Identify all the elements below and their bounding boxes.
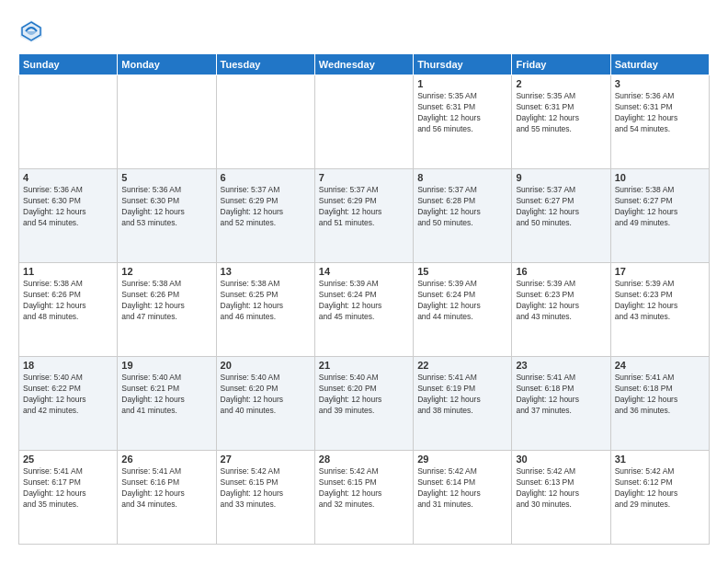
day-info: Sunrise: 5:37 AM Sunset: 6:29 PM Dayligh… (319, 185, 409, 229)
calendar-header-row: SundayMondayTuesdayWednesdayThursdayFrid… (19, 54, 710, 75)
calendar-cell: 13Sunrise: 5:38 AM Sunset: 6:25 PM Dayli… (216, 263, 314, 357)
day-number: 8 (417, 172, 507, 183)
day-number: 5 (121, 172, 211, 183)
calendar-cell: 26Sunrise: 5:41 AM Sunset: 6:16 PM Dayli… (118, 451, 216, 545)
calendar-cell: 14Sunrise: 5:39 AM Sunset: 6:24 PM Dayli… (314, 263, 413, 357)
day-info: Sunrise: 5:35 AM Sunset: 6:31 PM Dayligh… (516, 91, 606, 135)
calendar-cell: 27Sunrise: 5:42 AM Sunset: 6:15 PM Dayli… (216, 451, 314, 545)
day-number: 27 (221, 454, 311, 465)
calendar-day-header: Wednesday (314, 54, 413, 75)
day-info: Sunrise: 5:39 AM Sunset: 6:23 PM Dayligh… (615, 279, 705, 323)
day-number: 20 (221, 360, 311, 371)
day-info: Sunrise: 5:39 AM Sunset: 6:24 PM Dayligh… (319, 279, 409, 323)
calendar-cell: 3Sunrise: 5:36 AM Sunset: 6:31 PM Daylig… (610, 75, 709, 169)
calendar-week-row: 4Sunrise: 5:36 AM Sunset: 6:30 PM Daylig… (19, 169, 710, 263)
day-number: 28 (319, 454, 409, 465)
calendar-cell (216, 75, 314, 169)
calendar-table: SundayMondayTuesdayWednesdayThursdayFrid… (18, 53, 710, 545)
calendar-cell: 17Sunrise: 5:39 AM Sunset: 6:23 PM Dayli… (610, 263, 709, 357)
day-info: Sunrise: 5:40 AM Sunset: 6:20 PM Dayligh… (319, 373, 409, 417)
calendar-cell: 22Sunrise: 5:41 AM Sunset: 6:19 PM Dayli… (414, 357, 512, 451)
day-info: Sunrise: 5:38 AM Sunset: 6:26 PM Dayligh… (121, 279, 211, 323)
calendar-cell: 5Sunrise: 5:36 AM Sunset: 6:30 PM Daylig… (118, 169, 216, 263)
calendar-cell: 18Sunrise: 5:40 AM Sunset: 6:22 PM Dayli… (19, 357, 118, 451)
day-number: 7 (319, 172, 409, 183)
calendar-cell: 25Sunrise: 5:41 AM Sunset: 6:17 PM Dayli… (19, 451, 118, 545)
day-number: 15 (417, 266, 507, 277)
calendar-cell: 9Sunrise: 5:37 AM Sunset: 6:27 PM Daylig… (512, 169, 610, 263)
day-info: Sunrise: 5:36 AM Sunset: 6:31 PM Dayligh… (615, 91, 705, 135)
calendar-cell: 12Sunrise: 5:38 AM Sunset: 6:26 PM Dayli… (118, 263, 216, 357)
day-number: 30 (516, 454, 606, 465)
day-info: Sunrise: 5:37 AM Sunset: 6:28 PM Dayligh… (417, 185, 507, 229)
day-info: Sunrise: 5:42 AM Sunset: 6:15 PM Dayligh… (221, 466, 311, 511)
calendar-cell: 4Sunrise: 5:36 AM Sunset: 6:30 PM Daylig… (19, 169, 118, 263)
day-number: 1 (417, 78, 507, 89)
day-number: 31 (615, 454, 705, 465)
day-number: 13 (221, 266, 311, 277)
day-number: 9 (516, 172, 606, 183)
calendar-cell: 28Sunrise: 5:42 AM Sunset: 6:15 PM Dayli… (314, 451, 413, 545)
calendar-cell: 2Sunrise: 5:35 AM Sunset: 6:31 PM Daylig… (512, 75, 610, 169)
calendar-cell: 19Sunrise: 5:40 AM Sunset: 6:21 PM Dayli… (118, 357, 216, 451)
day-info: Sunrise: 5:42 AM Sunset: 6:15 PM Dayligh… (319, 466, 409, 511)
day-info: Sunrise: 5:36 AM Sunset: 6:30 PM Dayligh… (121, 185, 211, 229)
day-number: 26 (121, 454, 211, 465)
day-info: Sunrise: 5:42 AM Sunset: 6:13 PM Dayligh… (516, 466, 606, 511)
day-number: 10 (615, 172, 705, 183)
day-info: Sunrise: 5:41 AM Sunset: 6:18 PM Dayligh… (516, 373, 606, 417)
calendar-cell: 7Sunrise: 5:37 AM Sunset: 6:29 PM Daylig… (314, 169, 413, 263)
day-number: 12 (121, 266, 211, 277)
day-number: 25 (23, 454, 113, 465)
calendar-cell (118, 75, 216, 169)
day-number: 29 (417, 454, 507, 465)
day-info: Sunrise: 5:42 AM Sunset: 6:14 PM Dayligh… (417, 466, 507, 511)
day-info: Sunrise: 5:39 AM Sunset: 6:23 PM Dayligh… (516, 279, 606, 323)
day-info: Sunrise: 5:40 AM Sunset: 6:20 PM Dayligh… (221, 373, 311, 417)
day-info: Sunrise: 5:37 AM Sunset: 6:29 PM Dayligh… (221, 185, 311, 229)
header (18, 18, 710, 44)
calendar-cell: 20Sunrise: 5:40 AM Sunset: 6:20 PM Dayli… (216, 357, 314, 451)
day-number: 16 (516, 266, 606, 277)
day-info: Sunrise: 5:42 AM Sunset: 6:12 PM Dayligh… (615, 466, 705, 511)
day-number: 17 (615, 266, 705, 277)
calendar-cell: 11Sunrise: 5:38 AM Sunset: 6:26 PM Dayli… (19, 263, 118, 357)
day-number: 19 (121, 360, 211, 371)
day-number: 21 (319, 360, 409, 371)
calendar-cell: 31Sunrise: 5:42 AM Sunset: 6:12 PM Dayli… (610, 451, 709, 545)
day-number: 2 (516, 78, 606, 89)
calendar-day-header: Sunday (19, 54, 118, 75)
calendar-cell (19, 75, 118, 169)
logo (18, 18, 48, 44)
calendar-week-row: 18Sunrise: 5:40 AM Sunset: 6:22 PM Dayli… (19, 357, 710, 451)
day-number: 24 (615, 360, 705, 371)
day-info: Sunrise: 5:35 AM Sunset: 6:31 PM Dayligh… (417, 91, 507, 135)
calendar-cell (314, 75, 413, 169)
day-info: Sunrise: 5:38 AM Sunset: 6:27 PM Dayligh… (615, 185, 705, 229)
day-info: Sunrise: 5:40 AM Sunset: 6:22 PM Dayligh… (23, 373, 113, 417)
calendar-cell: 30Sunrise: 5:42 AM Sunset: 6:13 PM Dayli… (512, 451, 610, 545)
calendar-day-header: Monday (118, 54, 216, 75)
day-info: Sunrise: 5:40 AM Sunset: 6:21 PM Dayligh… (121, 373, 211, 417)
calendar-cell: 6Sunrise: 5:37 AM Sunset: 6:29 PM Daylig… (216, 169, 314, 263)
calendar-day-header: Saturday (610, 54, 709, 75)
calendar-cell: 8Sunrise: 5:37 AM Sunset: 6:28 PM Daylig… (414, 169, 512, 263)
calendar-cell: 21Sunrise: 5:40 AM Sunset: 6:20 PM Dayli… (314, 357, 413, 451)
day-number: 14 (319, 266, 409, 277)
calendar-cell: 15Sunrise: 5:39 AM Sunset: 6:24 PM Dayli… (414, 263, 512, 357)
calendar-day-header: Friday (512, 54, 610, 75)
calendar-cell: 1Sunrise: 5:35 AM Sunset: 6:31 PM Daylig… (414, 75, 512, 169)
day-info: Sunrise: 5:41 AM Sunset: 6:17 PM Dayligh… (23, 466, 113, 511)
day-info: Sunrise: 5:41 AM Sunset: 6:16 PM Dayligh… (121, 466, 211, 511)
day-info: Sunrise: 5:39 AM Sunset: 6:24 PM Dayligh… (417, 279, 507, 323)
day-info: Sunrise: 5:36 AM Sunset: 6:30 PM Dayligh… (23, 185, 113, 229)
calendar-cell: 10Sunrise: 5:38 AM Sunset: 6:27 PM Dayli… (610, 169, 709, 263)
calendar-cell: 24Sunrise: 5:41 AM Sunset: 6:18 PM Dayli… (610, 357, 709, 451)
day-number: 11 (23, 266, 113, 277)
calendar-week-row: 1Sunrise: 5:35 AM Sunset: 6:31 PM Daylig… (19, 75, 710, 169)
calendar-cell: 29Sunrise: 5:42 AM Sunset: 6:14 PM Dayli… (414, 451, 512, 545)
day-number: 22 (417, 360, 507, 371)
day-number: 18 (23, 360, 113, 371)
day-info: Sunrise: 5:38 AM Sunset: 6:25 PM Dayligh… (221, 279, 311, 323)
day-number: 6 (221, 172, 311, 183)
